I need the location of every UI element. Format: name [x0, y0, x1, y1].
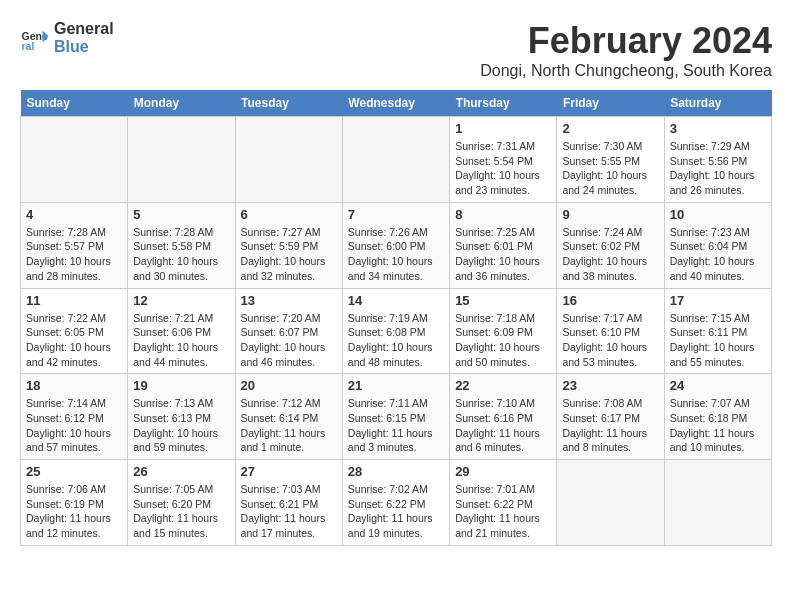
day-info: Sunrise: 7:11 AM Sunset: 6:15 PM Dayligh…: [348, 396, 444, 455]
week-row-3: 11Sunrise: 7:22 AM Sunset: 6:05 PM Dayli…: [21, 288, 772, 374]
day-number: 7: [348, 207, 444, 222]
day-info: Sunrise: 7:28 AM Sunset: 5:57 PM Dayligh…: [26, 225, 122, 284]
calendar-cell: 15Sunrise: 7:18 AM Sunset: 6:09 PM Dayli…: [450, 288, 557, 374]
calendar-cell: 11Sunrise: 7:22 AM Sunset: 6:05 PM Dayli…: [21, 288, 128, 374]
calendar-cell: 7Sunrise: 7:26 AM Sunset: 6:00 PM Daylig…: [342, 202, 449, 288]
calendar-cell: 23Sunrise: 7:08 AM Sunset: 6:17 PM Dayli…: [557, 374, 664, 460]
calendar-cell: [342, 117, 449, 203]
day-number: 3: [670, 121, 766, 136]
day-number: 10: [670, 207, 766, 222]
day-header-wednesday: Wednesday: [342, 90, 449, 117]
day-header-tuesday: Tuesday: [235, 90, 342, 117]
day-number: 4: [26, 207, 122, 222]
calendar-table: SundayMondayTuesdayWednesdayThursdayFrid…: [20, 90, 772, 546]
calendar-cell: 12Sunrise: 7:21 AM Sunset: 6:06 PM Dayli…: [128, 288, 235, 374]
day-number: 29: [455, 464, 551, 479]
day-info: Sunrise: 7:19 AM Sunset: 6:08 PM Dayligh…: [348, 311, 444, 370]
day-number: 5: [133, 207, 229, 222]
day-number: 28: [348, 464, 444, 479]
day-number: 21: [348, 378, 444, 393]
day-number: 2: [562, 121, 658, 136]
day-info: Sunrise: 7:01 AM Sunset: 6:22 PM Dayligh…: [455, 482, 551, 541]
calendar-cell: 21Sunrise: 7:11 AM Sunset: 6:15 PM Dayli…: [342, 374, 449, 460]
day-info: Sunrise: 7:17 AM Sunset: 6:10 PM Dayligh…: [562, 311, 658, 370]
calendar-cell: 28Sunrise: 7:02 AM Sunset: 6:22 PM Dayli…: [342, 460, 449, 546]
day-number: 12: [133, 293, 229, 308]
day-info: Sunrise: 7:15 AM Sunset: 6:11 PM Dayligh…: [670, 311, 766, 370]
logo-line1: General: [54, 20, 114, 38]
header-row: SundayMondayTuesdayWednesdayThursdayFrid…: [21, 90, 772, 117]
day-header-thursday: Thursday: [450, 90, 557, 117]
day-number: 15: [455, 293, 551, 308]
day-number: 16: [562, 293, 658, 308]
calendar-cell: 8Sunrise: 7:25 AM Sunset: 6:01 PM Daylig…: [450, 202, 557, 288]
day-number: 17: [670, 293, 766, 308]
calendar-cell: 25Sunrise: 7:06 AM Sunset: 6:19 PM Dayli…: [21, 460, 128, 546]
calendar-cell: 4Sunrise: 7:28 AM Sunset: 5:57 PM Daylig…: [21, 202, 128, 288]
day-info: Sunrise: 7:23 AM Sunset: 6:04 PM Dayligh…: [670, 225, 766, 284]
day-number: 24: [670, 378, 766, 393]
day-number: 18: [26, 378, 122, 393]
calendar-cell: [664, 460, 771, 546]
title-block: February 2024 Dongi, North Chungcheong, …: [480, 20, 772, 80]
day-info: Sunrise: 7:07 AM Sunset: 6:18 PM Dayligh…: [670, 396, 766, 455]
day-info: Sunrise: 7:06 AM Sunset: 6:19 PM Dayligh…: [26, 482, 122, 541]
day-info: Sunrise: 7:27 AM Sunset: 5:59 PM Dayligh…: [241, 225, 337, 284]
day-header-saturday: Saturday: [664, 90, 771, 117]
day-number: 13: [241, 293, 337, 308]
day-header-friday: Friday: [557, 90, 664, 117]
calendar-cell: 22Sunrise: 7:10 AM Sunset: 6:16 PM Dayli…: [450, 374, 557, 460]
calendar-cell: [235, 117, 342, 203]
day-info: Sunrise: 7:22 AM Sunset: 6:05 PM Dayligh…: [26, 311, 122, 370]
day-info: Sunrise: 7:20 AM Sunset: 6:07 PM Dayligh…: [241, 311, 337, 370]
day-info: Sunrise: 7:05 AM Sunset: 6:20 PM Dayligh…: [133, 482, 229, 541]
header: Gene ral General Blue February 2024 Dong…: [20, 20, 772, 80]
calendar-cell: 3Sunrise: 7:29 AM Sunset: 5:56 PM Daylig…: [664, 117, 771, 203]
day-number: 27: [241, 464, 337, 479]
calendar-cell: [557, 460, 664, 546]
day-info: Sunrise: 7:28 AM Sunset: 5:58 PM Dayligh…: [133, 225, 229, 284]
calendar-cell: 29Sunrise: 7:01 AM Sunset: 6:22 PM Dayli…: [450, 460, 557, 546]
day-info: Sunrise: 7:31 AM Sunset: 5:54 PM Dayligh…: [455, 139, 551, 198]
calendar-cell: 16Sunrise: 7:17 AM Sunset: 6:10 PM Dayli…: [557, 288, 664, 374]
day-number: 11: [26, 293, 122, 308]
svg-text:ral: ral: [22, 40, 35, 52]
calendar-cell: 26Sunrise: 7:05 AM Sunset: 6:20 PM Dayli…: [128, 460, 235, 546]
day-number: 19: [133, 378, 229, 393]
day-info: Sunrise: 7:30 AM Sunset: 5:55 PM Dayligh…: [562, 139, 658, 198]
day-info: Sunrise: 7:02 AM Sunset: 6:22 PM Dayligh…: [348, 482, 444, 541]
calendar-cell: 6Sunrise: 7:27 AM Sunset: 5:59 PM Daylig…: [235, 202, 342, 288]
day-number: 26: [133, 464, 229, 479]
day-number: 23: [562, 378, 658, 393]
day-info: Sunrise: 7:08 AM Sunset: 6:17 PM Dayligh…: [562, 396, 658, 455]
calendar-body: 1Sunrise: 7:31 AM Sunset: 5:54 PM Daylig…: [21, 117, 772, 546]
main-title: February 2024: [480, 20, 772, 62]
day-header-sunday: Sunday: [21, 90, 128, 117]
week-row-2: 4Sunrise: 7:28 AM Sunset: 5:57 PM Daylig…: [21, 202, 772, 288]
day-info: Sunrise: 7:21 AM Sunset: 6:06 PM Dayligh…: [133, 311, 229, 370]
calendar-cell: 14Sunrise: 7:19 AM Sunset: 6:08 PM Dayli…: [342, 288, 449, 374]
day-info: Sunrise: 7:29 AM Sunset: 5:56 PM Dayligh…: [670, 139, 766, 198]
day-info: Sunrise: 7:10 AM Sunset: 6:16 PM Dayligh…: [455, 396, 551, 455]
subtitle: Dongi, North Chungcheong, South Korea: [480, 62, 772, 80]
day-number: 20: [241, 378, 337, 393]
day-info: Sunrise: 7:26 AM Sunset: 6:00 PM Dayligh…: [348, 225, 444, 284]
calendar-cell: 17Sunrise: 7:15 AM Sunset: 6:11 PM Dayli…: [664, 288, 771, 374]
day-info: Sunrise: 7:24 AM Sunset: 6:02 PM Dayligh…: [562, 225, 658, 284]
day-number: 14: [348, 293, 444, 308]
day-info: Sunrise: 7:25 AM Sunset: 6:01 PM Dayligh…: [455, 225, 551, 284]
logo-icon: Gene ral: [20, 23, 50, 53]
day-number: 22: [455, 378, 551, 393]
calendar-cell: [21, 117, 128, 203]
day-number: 1: [455, 121, 551, 136]
calendar-cell: 20Sunrise: 7:12 AM Sunset: 6:14 PM Dayli…: [235, 374, 342, 460]
calendar-cell: 5Sunrise: 7:28 AM Sunset: 5:58 PM Daylig…: [128, 202, 235, 288]
calendar-cell: 2Sunrise: 7:30 AM Sunset: 5:55 PM Daylig…: [557, 117, 664, 203]
week-row-1: 1Sunrise: 7:31 AM Sunset: 5:54 PM Daylig…: [21, 117, 772, 203]
calendar-cell: 18Sunrise: 7:14 AM Sunset: 6:12 PM Dayli…: [21, 374, 128, 460]
calendar-cell: 13Sunrise: 7:20 AM Sunset: 6:07 PM Dayli…: [235, 288, 342, 374]
day-info: Sunrise: 7:13 AM Sunset: 6:13 PM Dayligh…: [133, 396, 229, 455]
day-number: 9: [562, 207, 658, 222]
calendar-cell: 24Sunrise: 7:07 AM Sunset: 6:18 PM Dayli…: [664, 374, 771, 460]
logo: Gene ral General Blue: [20, 20, 114, 56]
